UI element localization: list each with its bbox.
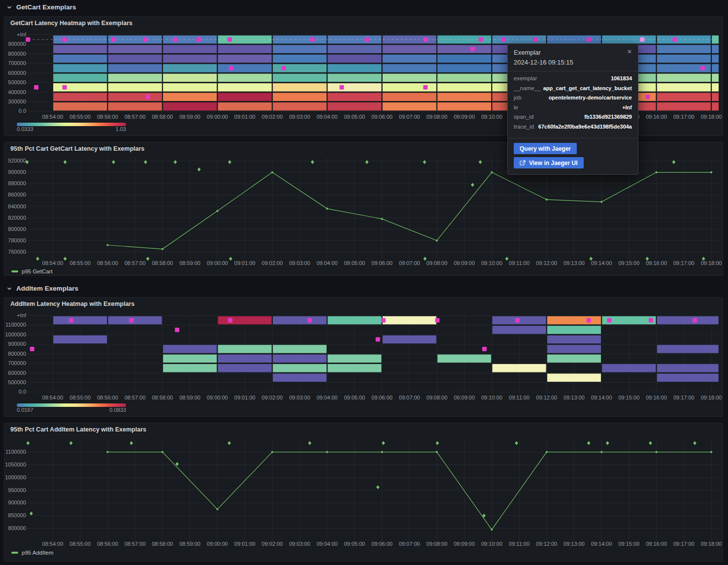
exemplar-diamond[interactable] bbox=[146, 257, 150, 261]
exemplar-marker[interactable] bbox=[197, 37, 201, 42]
exemplar-marker[interactable] bbox=[146, 95, 150, 99]
heatmap-cell[interactable] bbox=[272, 64, 327, 73]
exemplar-marker[interactable] bbox=[645, 95, 650, 99]
exemplar-marker[interactable] bbox=[693, 318, 697, 323]
exemplar-marker[interactable] bbox=[307, 318, 312, 323]
exemplar-marker[interactable] bbox=[111, 37, 116, 42]
heatmap-cell[interactable] bbox=[218, 364, 272, 373]
heatmap-cell[interactable] bbox=[218, 54, 272, 63]
heatmap-cell[interactable] bbox=[272, 73, 327, 82]
series-point[interactable] bbox=[106, 244, 108, 246]
exemplar-marker[interactable] bbox=[482, 347, 487, 351]
exemplar-marker[interactable] bbox=[515, 318, 520, 323]
heatmap-cell[interactable] bbox=[218, 93, 272, 101]
heatmap-cell[interactable] bbox=[218, 354, 272, 363]
exemplar-diamond[interactable] bbox=[229, 257, 232, 261]
heatmap-cell[interactable] bbox=[382, 54, 436, 63]
exemplar-diamond[interactable] bbox=[228, 441, 231, 445]
close-icon[interactable]: ✕ bbox=[627, 49, 632, 55]
exemplar-diamond[interactable] bbox=[69, 441, 73, 445]
series-point[interactable] bbox=[600, 451, 602, 453]
series-point[interactable] bbox=[271, 451, 273, 453]
heatmap-cell[interactable] bbox=[53, 335, 107, 344]
section-row-getcart[interactable]: GetCart Exemplars bbox=[6, 3, 76, 11]
heatmap-cell[interactable] bbox=[712, 45, 719, 54]
heatmap-cell[interactable] bbox=[272, 93, 327, 101]
heatmap-cell[interactable] bbox=[218, 102, 272, 111]
heatmap-cell[interactable] bbox=[108, 316, 162, 325]
heatmap-cell[interactable] bbox=[547, 326, 601, 334]
heatmap-cell[interactable] bbox=[328, 93, 382, 101]
series-point[interactable] bbox=[106, 451, 108, 453]
heatmap-cell[interactable] bbox=[437, 45, 492, 54]
heatmap-cell[interactable] bbox=[53, 316, 107, 325]
heatmap-cell[interactable] bbox=[108, 83, 162, 92]
exemplar-marker[interactable] bbox=[229, 66, 233, 70]
heatmap-cell[interactable] bbox=[547, 373, 601, 382]
heatmap-cell[interactable] bbox=[218, 64, 272, 73]
heatmap-cell[interactable] bbox=[712, 93, 719, 101]
heatmap-cell[interactable] bbox=[382, 45, 436, 54]
series-point[interactable] bbox=[436, 451, 438, 453]
heatmap-cell[interactable] bbox=[163, 73, 217, 82]
exemplar-marker[interactable] bbox=[479, 37, 483, 42]
heatmap-cell[interactable] bbox=[218, 345, 272, 354]
exemplar-marker[interactable] bbox=[424, 37, 428, 42]
heatmap-cell[interactable] bbox=[382, 102, 436, 111]
exemplar-marker[interactable] bbox=[129, 318, 133, 323]
exemplar-diamond[interactable] bbox=[36, 257, 39, 261]
heatmap-cell[interactable] bbox=[712, 83, 719, 92]
heatmap-cell[interactable] bbox=[712, 73, 719, 82]
series-point[interactable] bbox=[710, 451, 712, 453]
exemplar-marker[interactable] bbox=[501, 37, 506, 42]
series-point[interactable] bbox=[326, 451, 328, 453]
exemplar-marker[interactable] bbox=[649, 318, 653, 323]
heatmap-cell[interactable] bbox=[163, 83, 217, 92]
heatmap-cell[interactable] bbox=[657, 345, 719, 354]
heatmap-cell[interactable] bbox=[218, 83, 272, 92]
heatmap-cell[interactable] bbox=[218, 316, 272, 325]
heatmap-cell[interactable] bbox=[657, 73, 711, 82]
heatmap-cell[interactable] bbox=[53, 54, 107, 63]
heatmap-cell[interactable] bbox=[163, 345, 217, 354]
exemplar-marker[interactable] bbox=[30, 347, 34, 351]
heatmap-cell[interactable] bbox=[492, 326, 546, 334]
heatmap-cell[interactable] bbox=[108, 102, 162, 111]
exemplar-marker[interactable] bbox=[63, 37, 67, 42]
exemplar-diamond[interactable] bbox=[64, 257, 67, 261]
heatmap-cell[interactable] bbox=[272, 364, 327, 373]
exemplar-diamond[interactable] bbox=[308, 441, 311, 445]
heatmap-cell[interactable] bbox=[163, 45, 217, 54]
heatmap-cell[interactable] bbox=[328, 316, 382, 325]
heatmap-cell[interactable] bbox=[328, 73, 382, 82]
heatmap-cell[interactable] bbox=[712, 64, 719, 73]
heatmap-cell[interactable] bbox=[53, 93, 107, 101]
heatmap-cell[interactable] bbox=[163, 64, 217, 73]
series-point[interactable] bbox=[600, 201, 602, 203]
exemplar-marker[interactable] bbox=[175, 328, 179, 332]
heatmap-cell[interactable] bbox=[437, 102, 492, 111]
series-point[interactable] bbox=[546, 199, 548, 200]
exemplar-diamond[interactable] bbox=[587, 441, 591, 445]
heatmap-cell[interactable] bbox=[108, 54, 162, 63]
series-point[interactable] bbox=[436, 239, 438, 241]
exemplar-marker[interactable] bbox=[69, 318, 73, 323]
heatmap-cell[interactable] bbox=[657, 102, 711, 111]
exemplar-marker[interactable] bbox=[435, 318, 439, 323]
heatmap-cell[interactable] bbox=[547, 316, 601, 325]
exemplar-marker[interactable] bbox=[587, 37, 591, 42]
exemplar-marker[interactable] bbox=[228, 318, 232, 323]
exemplar-marker[interactable] bbox=[173, 37, 177, 42]
exemplar-diamond[interactable] bbox=[515, 441, 518, 445]
exemplar-marker[interactable] bbox=[143, 37, 148, 42]
heatmap-cell[interactable] bbox=[382, 335, 436, 344]
series-point[interactable] bbox=[162, 248, 164, 250]
additem-heatmap-canvas[interactable]: +Inf110000010000009000008000007000006000… bbox=[4, 298, 723, 416]
heatmap-cell[interactable] bbox=[218, 73, 272, 82]
heatmap-cell[interactable] bbox=[272, 373, 327, 382]
heatmap-cell[interactable] bbox=[53, 102, 107, 111]
heatmap-cell[interactable] bbox=[272, 354, 327, 363]
exemplar-marker[interactable] bbox=[376, 337, 380, 342]
exemplar-diamond[interactable] bbox=[649, 441, 652, 445]
exemplar-diamond[interactable] bbox=[27, 441, 30, 445]
